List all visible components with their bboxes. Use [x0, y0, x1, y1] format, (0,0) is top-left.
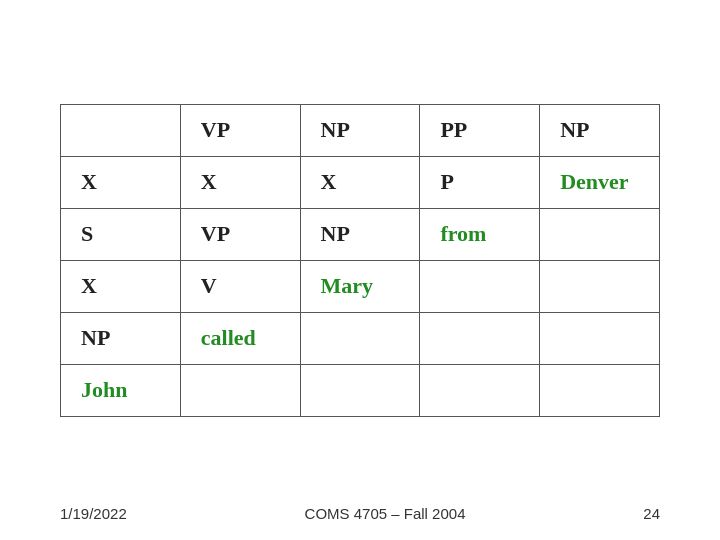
- table-cell: [540, 364, 660, 416]
- table-cell: [420, 364, 540, 416]
- table-cell: Mary: [300, 260, 420, 312]
- table-row: SVPNPfrom: [61, 208, 660, 260]
- table-wrapper: VPNPPPNPXXXPDenverSVPNPfromXVMaryNPcalle…: [60, 104, 660, 417]
- table-cell: [180, 364, 300, 416]
- table-cell: NP: [300, 208, 420, 260]
- table-cell: [420, 312, 540, 364]
- table-cell: [300, 312, 420, 364]
- table-cell: X: [61, 260, 181, 312]
- table-row: XXXPDenver: [61, 156, 660, 208]
- footer: 1/19/2022 COMS 4705 – Fall 2004 24: [0, 505, 720, 522]
- footer-page: 24: [643, 505, 660, 522]
- table-cell: [420, 260, 540, 312]
- table-cell: [540, 208, 660, 260]
- table-cell: X: [300, 156, 420, 208]
- table-cell: NP: [540, 104, 660, 156]
- table-cell: [300, 364, 420, 416]
- table-cell: P: [420, 156, 540, 208]
- table-row: XVMary: [61, 260, 660, 312]
- table-cell: from: [420, 208, 540, 260]
- table-cell: NP: [61, 312, 181, 364]
- table-cell: VP: [180, 104, 300, 156]
- table-cell: NP: [300, 104, 420, 156]
- parse-table: VPNPPPNPXXXPDenverSVPNPfromXVMaryNPcalle…: [60, 104, 660, 417]
- table-row: VPNPPPNP: [61, 104, 660, 156]
- table-cell: V: [180, 260, 300, 312]
- slide-container: VPNPPPNPXXXPDenverSVPNPfromXVMaryNPcalle…: [0, 0, 720, 540]
- table-row: John: [61, 364, 660, 416]
- table-row: NPcalled: [61, 312, 660, 364]
- table-cell: [540, 260, 660, 312]
- footer-course: COMS 4705 – Fall 2004: [305, 505, 466, 522]
- table-cell: VP: [180, 208, 300, 260]
- table-cell: Denver: [540, 156, 660, 208]
- table-cell: S: [61, 208, 181, 260]
- table-cell: X: [61, 156, 181, 208]
- table-cell: X: [180, 156, 300, 208]
- table-cell: John: [61, 364, 181, 416]
- table-cell: called: [180, 312, 300, 364]
- footer-date: 1/19/2022: [60, 505, 127, 522]
- table-cell: PP: [420, 104, 540, 156]
- table-cell: [61, 104, 181, 156]
- table-cell: [540, 312, 660, 364]
